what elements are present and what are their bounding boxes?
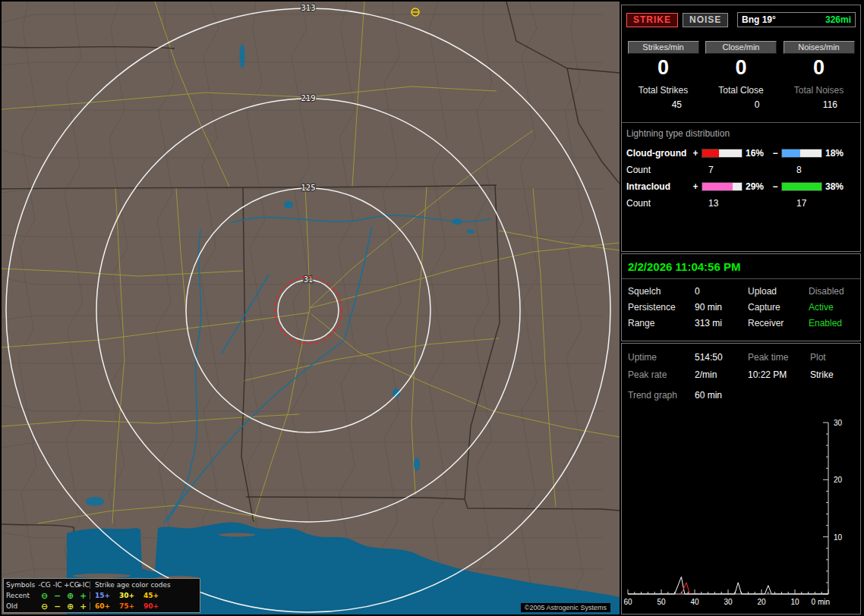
legend-old-label: Old [6,602,38,610]
age-60: 60+ [95,602,110,610]
cloud-ground-label: Cloud-ground [626,148,692,159]
ic-minus-count: 17 [787,198,806,209]
ic-minus-bar [781,182,822,191]
strikes-per-min-value: 0 [625,56,702,79]
close-per-min-button[interactable]: Close/min [705,41,777,54]
minus-sign: − [771,148,779,159]
legend-age-header: Strike age color codes [90,581,197,589]
trend-graph-span: 60 min [695,390,722,401]
persistence-label: Persistence [628,302,695,313]
datetime-display: 2/2/2026 11:04:56 PM [622,254,860,279]
cg-minus-bar-fill [782,149,800,157]
legend-symbols-header: Symbols [6,581,38,589]
pos-ic-recent-icon: + [77,592,90,600]
peak-time-label: Peak time [748,352,810,363]
count-label: Count [626,198,699,209]
peak-rate-label: Peak rate [628,369,695,380]
app-window: 31321912531 Symbols -CG -IC +CG +IC Stri… [0,0,864,616]
cg-plus-bar-fill [702,149,719,157]
total-close-value: 0 [703,99,780,110]
noises-column: Noises/min 0 Total Noises 116 [780,39,857,110]
legend-col-pos-cg: +CG [64,581,77,589]
trend-graph-label: Trend graph [628,390,695,401]
legend-header-row: Symbols -CG -IC +CG +IC Strike age color… [6,580,197,590]
age-codes-row-1: 15+ 30+ 45+ [90,592,197,599]
bearing-label: Bng 19° [742,14,776,25]
trend-x-label-60: 60 [623,598,632,606]
status-grid: Uptime 514:50 Peak time Plot Peak rate 2… [622,344,860,380]
trend-axes [628,423,828,594]
count-label: Count [626,165,699,175]
cloud-ground-row: Cloud-ground + 16% − 18% [626,146,856,160]
total-noises-label: Total Noises [780,85,857,96]
trend-x-label-30: 30 [724,598,733,606]
ring-label-219: 219 [301,94,315,102]
legend-col-neg-ic: -IC [51,581,64,589]
legend-recent-row: Recent ⊖ − ⊕ + 15+ 30+ 45+ [6,590,197,601]
trend-x-label-40: 40 [690,598,699,606]
peak-rate-value: 2/min [695,369,748,380]
neg-ic-recent-icon: − [51,592,64,600]
pos-ic-old-icon: + [77,602,90,611]
age-codes-row-2: 60+ 75+ 90+ [90,602,197,610]
strikes-per-min-button[interactable]: Strikes/min [628,41,699,54]
trend-x-label-10: 10 [790,598,799,606]
cg-minus-count: 8 [787,165,802,175]
side-panel: STRIKE NOISE Bng 19° 326mi Strikes/min 0… [621,2,862,614]
neg-cg-old-icon: ⊖ [38,602,51,611]
copyright-text: ©2005 Astrogenic Systems [521,603,610,612]
intracloud-label: Intracloud [626,181,692,192]
rates-row: Strikes/min 0 Total Strikes 45 Close/min… [625,39,857,110]
noises-per-min-value: 0 [780,56,857,79]
uptime-label: Uptime [628,352,695,363]
neg-ic-old-icon: − [51,602,64,611]
legend-recent-label: Recent [6,592,38,599]
squelch-value: 0 [695,286,748,297]
settings-box: 2/2/2026 11:04:56 PM Squelch 0 Upload Di… [621,253,861,341]
peak-time-value: 10:22 PM [748,369,810,380]
receiver-label: Receiver [748,318,809,328]
legend-col-neg-cg: -CG [38,581,51,589]
persistence-value: 90 min [695,302,748,313]
ic-plus-bar [702,182,743,191]
mode-row: STRIKE NOISE Bng 19° 326mi [626,12,856,27]
plus-sign: + [692,181,699,192]
intracloud-count-row: Count 13 17 [626,193,856,213]
weather-map[interactable]: 31321912531 [2,2,620,614]
age-75: 75+ [119,602,134,610]
settings-grid: Squelch 0 Upload Disabled Persistence 90… [622,279,860,328]
total-noises-value: 116 [780,99,857,110]
cg-plus-pct: 16% [745,148,771,159]
upload-status: Disabled [809,286,862,297]
cg-plus-bar [702,149,743,158]
close-column: Close/min 0 Total Close 0 [703,39,780,110]
uptime-value: 514:50 [695,352,748,363]
lightning-distribution: Lightning type distribution Cloud-ground… [622,122,860,213]
trend-ticks [628,423,828,594]
bearing-display: Bng 19° 326mi [737,12,856,27]
pos-cg-recent-icon: ⊕ [64,592,77,600]
trend-x-label-50: 50 [657,598,666,606]
legend-old-row: Old ⊖ − ⊕ + 60+ 75+ 90+ [6,601,197,611]
close-per-min-value: 0 [703,56,780,79]
ring-label-313: 313 [301,4,315,12]
strike-button[interactable]: STRIKE [626,13,678,27]
range-value: 313 mi [695,318,748,328]
ic-plus-pct: 29% [745,181,771,192]
noise-button[interactable]: NOISE [683,13,728,27]
neg-cg-recent-icon: ⊖ [38,592,51,600]
map-display[interactable]: 31321912531 Symbols -CG -IC +CG +IC Stri… [2,2,620,614]
trend-box: Uptime 514:50 Peak time Plot Peak rate 2… [621,343,861,614]
noises-per-min-button[interactable]: Noises/min [784,41,855,54]
receiver-status: Enabled [809,318,862,328]
plot-label: Plot [810,352,862,363]
trend-x-label-20: 20 [757,598,766,606]
total-strikes-label: Total Strikes [625,85,702,96]
age-45: 45+ [143,592,159,599]
cg-minus-pct: 18% [825,148,851,159]
trend-graph: 6050403020100 min102030 [622,418,862,614]
cg-plus-count: 7 [699,165,787,175]
distribution-title: Lightning type distribution [626,128,856,139]
counters-box: STRIKE NOISE Bng 19° 326mi Strikes/min 0… [621,5,861,252]
strikes-column: Strikes/min 0 Total Strikes 45 [625,39,702,110]
